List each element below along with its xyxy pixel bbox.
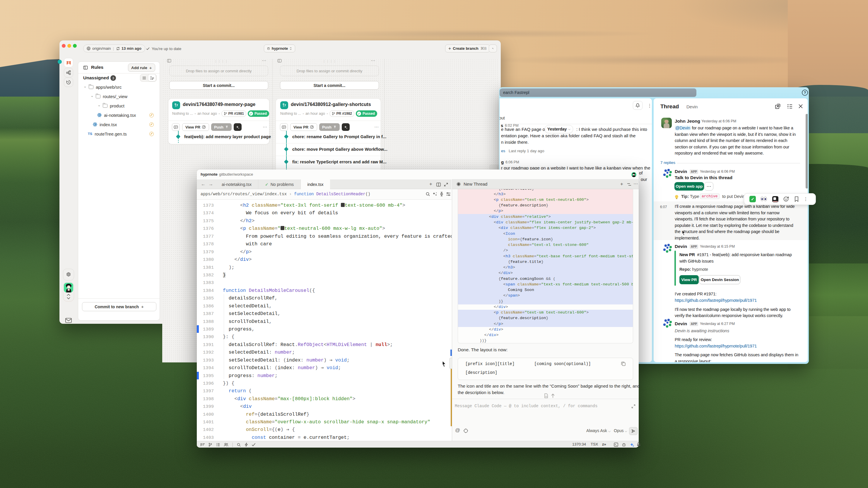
svg-text:MD: MD: [545, 395, 548, 397]
svg-text:?: ?: [804, 91, 806, 95]
